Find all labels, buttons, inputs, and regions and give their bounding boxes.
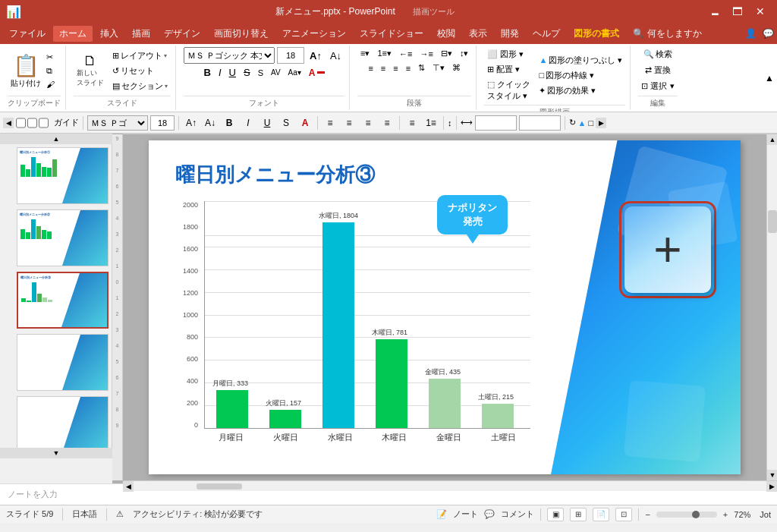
menu-home[interactable]: ホーム <box>53 26 93 42</box>
slide-thumb-5[interactable]: 5 曜日別メニュー分析③ <box>3 272 109 329</box>
toolbar-color[interactable]: A <box>297 115 313 131</box>
arrange-button[interactable]: ⊞ 配置 ▾ <box>484 62 533 77</box>
format-painter-button[interactable]: 🖌 <box>43 78 58 90</box>
layout-button[interactable]: ⊞ レイアウト ▾ <box>109 49 171 63</box>
hscroll-right[interactable]: ▶ <box>766 481 777 492</box>
jot-label[interactable]: Jot <box>760 510 771 519</box>
notes-button[interactable]: ノート <box>453 508 478 520</box>
view-slide-sorter[interactable]: ⊞ <box>570 508 587 521</box>
menu-animations[interactable]: アニメーション <box>276 26 352 42</box>
menu-review[interactable]: 校閲 <box>431 26 461 42</box>
italic-button[interactable]: I <box>215 65 225 80</box>
slide-panel-scroll-up[interactable]: ▲ <box>0 134 112 144</box>
toolbar-underline[interactable]: U <box>259 115 275 131</box>
toolbar-bullets[interactable]: ≡ <box>404 115 420 131</box>
comments-icon[interactable]: 💬 <box>763 28 774 39</box>
chart-container[interactable]: 2000 1800 1600 1400 1200 1000 800 600 40… <box>175 195 547 464</box>
view-presenter[interactable]: ⊡ <box>615 508 632 521</box>
vscroll-thumb[interactable] <box>768 210 777 233</box>
slide-thumb-3[interactable]: 3 曜日別メニュー分析① <box>3 147 109 204</box>
align-center-button[interactable]: ≡ <box>378 61 388 74</box>
bullets-button[interactable]: ≡▾ <box>357 47 373 60</box>
zoom-decrease[interactable]: − <box>645 510 650 519</box>
slide-thumb-4[interactable]: 4 曜日別メニュー分析② <box>3 209 109 266</box>
change-case-button[interactable]: Aa▾ <box>285 67 304 78</box>
checkbox2[interactable] <box>27 115 37 131</box>
menu-file[interactable]: ファイル <box>3 26 52 42</box>
restore-button[interactable]: 🗖 <box>727 3 748 20</box>
indent-less-button[interactable]: ←≡ <box>396 47 415 60</box>
menu-help[interactable]: ヘルプ <box>527 26 566 42</box>
horizontal-scrollbar[interactable]: ◀ ▶ <box>123 480 777 491</box>
cut-button[interactable]: ✂ <box>43 51 58 64</box>
toolbar-height-value[interactable]: 5.14 cm <box>519 115 561 131</box>
hscroll-left[interactable]: ◀ <box>123 481 134 492</box>
slide-thumb-6[interactable]: 6 <box>3 334 109 391</box>
toolbar-justify[interactable]: ≡ <box>379 115 395 131</box>
strikethrough-button[interactable]: S <box>241 65 253 80</box>
toolbar-scroll-left[interactable]: ◀ <box>3 118 14 128</box>
toolbar-width-value[interactable]: 2.78 cm <box>475 115 517 131</box>
search-button[interactable]: 🔍 検索 <box>640 47 675 61</box>
text-direction-button[interactable]: ⇅ <box>415 61 428 74</box>
menu-design[interactable]: デザイン <box>158 26 206 42</box>
slide-thumb-7[interactable]: 7 <box>3 396 109 448</box>
char-spacing-button[interactable]: AV <box>268 67 284 78</box>
shadow-button[interactable]: S <box>255 67 266 79</box>
text-align-button[interactable]: ⊤▾ <box>429 61 448 74</box>
toolbar-align-left[interactable]: ≡ <box>322 115 338 131</box>
view-normal[interactable]: ▣ <box>547 508 564 521</box>
columns-button[interactable]: ⊟▾ <box>438 47 455 60</box>
numbering-button[interactable]: 1≡▾ <box>374 47 395 60</box>
zoom-slider[interactable] <box>656 512 717 518</box>
notes-icon[interactable]: 📝 <box>436 509 447 519</box>
select-button[interactable]: ⊡ 選択 ▾ <box>638 79 677 93</box>
shape-outline-button[interactable]: □ 図形の枠線 ▾ <box>536 68 625 83</box>
toolbar-align-right[interactable]: ≡ <box>360 115 376 131</box>
menu-shape-format[interactable]: 図形の書式 <box>568 26 625 42</box>
smartart-button[interactable]: ⌘ <box>449 61 464 74</box>
view-reading[interactable]: 📄 <box>593 508 609 521</box>
vertical-scrollbar[interactable]: ▲ ▼ <box>766 134 777 480</box>
search-label[interactable]: 何をしますか <box>647 27 702 40</box>
copy-button[interactable]: ⧉ <box>43 65 58 77</box>
zoom-increase[interactable]: + <box>723 510 728 519</box>
search-area[interactable]: 🔍 何をしますか <box>633 27 702 40</box>
comment-icon[interactable]: 💬 <box>484 509 495 519</box>
new-slide-button[interactable]: 🗋 新しいスライド <box>74 52 107 90</box>
toolbar-font-select[interactable]: ＭＳ Ｐゴ <box>87 115 148 131</box>
menu-dev[interactable]: 開発 <box>495 26 525 42</box>
menu-draw[interactable]: 描画 <box>126 26 156 42</box>
toolbar-font-decrease[interactable]: A↓ <box>202 115 219 131</box>
toolbar-numbering[interactable]: 1≡ <box>423 115 439 131</box>
slide-display-area[interactable]: 曜日別メニュー分析③ 2000 1800 1600 1400 1200 1000… <box>123 134 766 480</box>
vscroll-down[interactable]: ▼ <box>767 470 777 480</box>
section-button[interactable]: ▤ セクション ▾ <box>109 79 171 93</box>
font-decrease-button[interactable]: A↓ <box>327 49 344 63</box>
align-left-button[interactable]: ≡ <box>365 61 376 74</box>
bold-button[interactable]: B <box>201 65 214 80</box>
para-spacing-button[interactable]: ↕▾ <box>457 47 472 60</box>
toolbar-scroll-right[interactable]: ▶ <box>596 118 606 128</box>
menu-insert[interactable]: 挿入 <box>94 26 124 42</box>
replace-button[interactable]: ⇄ 置換 <box>642 63 674 77</box>
menu-transitions[interactable]: 画面切り替え <box>208 26 275 42</box>
new-slide-button[interactable]: + <box>624 206 711 293</box>
slide-canvas[interactable]: 曜日別メニュー分析③ 2000 1800 1600 1400 1200 1000… <box>149 140 741 474</box>
font-color-button[interactable]: A <box>306 66 328 80</box>
zoom-thumb[interactable] <box>692 511 700 518</box>
paste-button[interactable]: 📋 貼り付け <box>11 48 41 93</box>
vscroll-up[interactable]: ▲ <box>767 134 777 145</box>
shape-fill-button[interactable]: ▲ 図形の塗りつぶし ▾ <box>536 53 625 68</box>
toolbar-font-size[interactable] <box>150 115 175 131</box>
reset-button[interactable]: ↺ リセット <box>109 64 171 78</box>
close-button[interactable]: ✕ <box>750 3 771 20</box>
comments-button[interactable]: コメント <box>501 508 534 520</box>
toolbar-bold[interactable]: B <box>221 115 238 131</box>
menu-view[interactable]: 表示 <box>463 26 493 42</box>
minimize-button[interactable]: 🗕 <box>704 3 725 20</box>
account-icon[interactable]: 👤 <box>745 28 757 39</box>
indent-more-button[interactable]: →≡ <box>417 47 436 60</box>
align-right-button[interactable]: ≡ <box>390 61 401 74</box>
toolbar-font-increase[interactable]: A↑ <box>183 115 200 131</box>
